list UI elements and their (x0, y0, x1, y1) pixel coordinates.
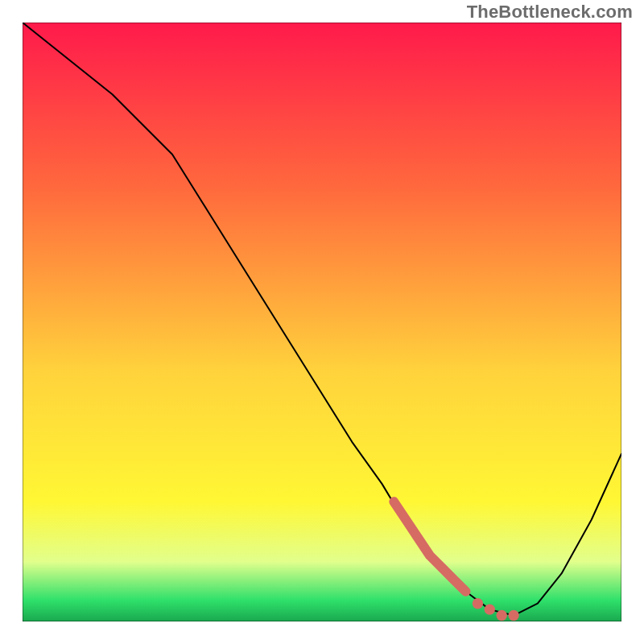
watermark-text: TheBottleneck.com (467, 2, 633, 23)
highlight-dot (473, 598, 483, 609)
chart-svg (23, 23, 621, 621)
highlight-dot (497, 610, 507, 621)
bottleneck-chart: TheBottleneck.com (0, 0, 644, 644)
gradient-background (23, 23, 621, 621)
highlight-dot (485, 604, 495, 614)
plot-area (23, 23, 621, 621)
highlight-dot (508, 610, 518, 621)
